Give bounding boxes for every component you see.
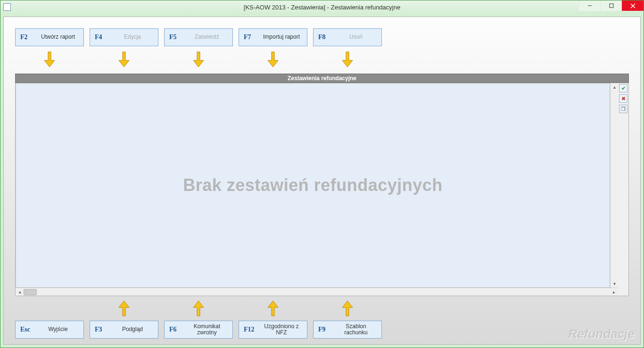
fkey-label: F4	[95, 33, 112, 41]
approve-button[interactable]: F5 Zatwierdź	[164, 28, 233, 46]
horizontal-scrollbar[interactable]: ◂ ▸	[16, 288, 618, 296]
invoice-template-button[interactable]: F9 Szablon rachunku	[313, 321, 382, 339]
feedback-button[interactable]: F6 Komunikat zwrotny	[164, 321, 233, 339]
scroll-left-icon[interactable]: ◂	[16, 288, 24, 296]
scroll-thumb[interactable]	[24, 289, 37, 295]
maximize-icon	[609, 3, 614, 8]
scroll-down-icon[interactable]: ▾	[611, 280, 618, 288]
svg-marker-8	[342, 52, 353, 67]
import-report-button[interactable]: F7 Importuj raport	[239, 28, 307, 46]
panel-body: Brak zestawień refundacyjnych ▴ ▾ ◂	[15, 83, 629, 296]
fkey-label: F5	[169, 33, 186, 41]
svg-marker-10	[193, 301, 204, 316]
bottom-button-row: Esc Wyjście F3 Podgląd F6 Komunikat zwro…	[15, 321, 629, 339]
button-label: Utwórz raport	[37, 34, 79, 40]
scroll-track[interactable]	[24, 288, 610, 296]
fkey-label: F7	[244, 33, 261, 41]
filter-clear-icon[interactable]: ✖	[619, 94, 627, 103]
vertical-scrollbar[interactable]: ▴ ▾	[610, 83, 618, 288]
agreed-nfz-button[interactable]: F12 Uzgodniono z NFZ	[239, 321, 307, 339]
main-panel: Zestawienia refundacyjne Brak zestawień …	[15, 74, 629, 296]
minimize-button[interactable]	[578, 0, 600, 11]
create-report-button[interactable]: F2 Utwórz raport	[15, 28, 84, 46]
svg-marker-9	[119, 301, 129, 316]
preview-button[interactable]: F3 Podgląd	[90, 321, 158, 339]
close-icon	[630, 3, 636, 8]
fkey-label: F8	[318, 33, 335, 41]
titlebar: [KS-AOW 2013 - Zestawienia] - Zestawieni…	[0, 0, 644, 14]
columns-icon[interactable]: ❐	[619, 105, 627, 113]
arrow-up-icon	[118, 300, 130, 317]
window-controls	[578, 0, 644, 11]
button-label: Szablon rachunku	[335, 323, 377, 336]
button-label: Edycja	[112, 34, 153, 40]
scroll-track[interactable]	[611, 91, 618, 280]
empty-message: Brak zestawień refundacyjnych	[183, 175, 443, 195]
top-arrow-row	[15, 51, 629, 68]
maximize-button[interactable]	[600, 0, 622, 11]
client-area: F2 Utwórz raport F4 Edycja F5 Zatwierdź …	[3, 17, 641, 345]
edit-button[interactable]: F4 Edycja	[90, 28, 158, 46]
fkey-label: F9	[318, 326, 335, 333]
exit-button[interactable]: Esc Wyjście	[15, 321, 84, 339]
button-label: Uzgodniono z NFZ	[261, 323, 302, 336]
svg-marker-6	[193, 52, 204, 67]
grid-content[interactable]: Brak zestawień refundacyjnych	[16, 83, 610, 288]
panel-header: Zestawienia refundacyjne	[15, 74, 629, 83]
scroll-right-icon[interactable]: ▸	[610, 288, 618, 296]
side-toolbar: ✔ ✖ ❐	[618, 83, 628, 296]
svg-marker-4	[44, 52, 55, 67]
svg-marker-7	[268, 52, 278, 67]
button-label: Wyjście	[37, 326, 79, 332]
arrow-up-icon	[192, 300, 205, 317]
bottom-area: Esc Wyjście F3 Podgląd F6 Komunikat zwro…	[15, 300, 629, 339]
fkey-label: F2	[20, 33, 37, 41]
fkey-label: Esc	[20, 326, 37, 333]
top-button-row: F2 Utwórz raport F4 Edycja F5 Zatwierdź …	[15, 28, 629, 46]
arrow-up-icon	[341, 300, 354, 317]
arrow-down-icon	[192, 51, 205, 68]
svg-marker-12	[342, 301, 353, 316]
close-button[interactable]	[622, 0, 644, 11]
svg-marker-5	[119, 52, 129, 67]
filter-apply-icon[interactable]: ✔	[619, 84, 627, 92]
arrow-down-icon	[118, 51, 130, 68]
window-title: [KS-AOW 2013 - Zestawienia] - Zestawieni…	[0, 4, 644, 11]
app-icon	[3, 3, 11, 11]
arrow-down-icon	[341, 51, 354, 68]
fkey-label: F6	[169, 326, 186, 333]
button-label: Komunikat zwrotny	[186, 323, 228, 336]
app-window: [KS-AOW 2013 - Zestawienia] - Zestawieni…	[0, 0, 644, 348]
button-label: Importuj raport	[261, 34, 302, 40]
grid-area: Brak zestawień refundacyjnych ▴ ▾ ◂	[16, 83, 618, 296]
arrow-up-icon	[267, 300, 279, 317]
button-label: Podgląd	[112, 326, 153, 332]
button-label: Zatwierdź	[186, 34, 228, 40]
svg-rect-1	[610, 4, 613, 8]
fkey-label: F12	[244, 326, 261, 333]
arrow-down-icon	[267, 51, 279, 68]
svg-marker-11	[268, 301, 278, 316]
scroll-up-icon[interactable]: ▴	[611, 83, 618, 91]
bottom-arrow-row	[15, 300, 629, 317]
arrow-down-icon	[43, 51, 56, 68]
minimize-icon	[587, 3, 592, 8]
fkey-label: F3	[95, 326, 112, 333]
delete-button[interactable]: F8 Usuń	[313, 28, 382, 46]
button-label: Usuń	[335, 34, 377, 40]
